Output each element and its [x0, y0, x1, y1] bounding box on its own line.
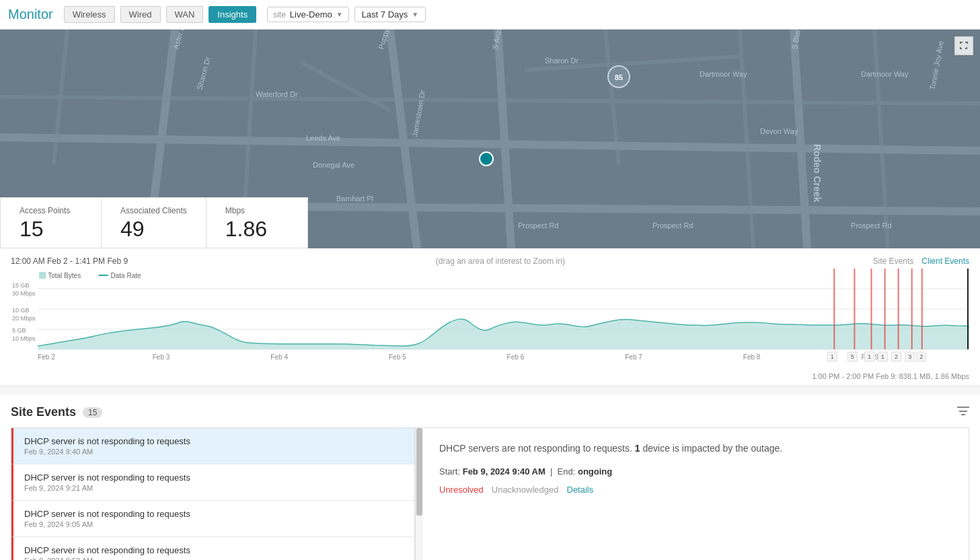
events-title: Site Events — [11, 405, 76, 419]
map-section: Sharon Dr Sharon Dr Dartmoor Way Dartmoo… — [0, 30, 980, 248]
svg-text:1: 1 — [881, 353, 884, 360]
svg-text:Feb 8: Feb 8 — [743, 353, 761, 361]
chart-time-range: 12:00 AM Feb 2 - 1:41 PM Feb 9 — [11, 256, 128, 266]
svg-text:Rodeo Creek: Rodeo Creek — [812, 144, 823, 203]
stat-ap-label: Access Points — [20, 206, 82, 215]
nav-wireless[interactable]: Wireless — [64, 6, 115, 23]
events-filter-icon[interactable] — [957, 407, 969, 418]
svg-text:Leeds Ave: Leeds Ave — [306, 134, 340, 142]
stats-bar: Access Points 15 Associated Clients 49 M… — [0, 197, 308, 248]
time-range-selector[interactable]: Last 7 Days ▼ — [354, 7, 426, 22]
event-item-1[interactable]: DHCP server is not responding to request… — [11, 464, 414, 501]
site-name: Live-Demo — [290, 9, 332, 20]
event-title-3: DHCP server is not responding to request… — [24, 545, 404, 555]
svg-rect-81 — [957, 407, 969, 408]
detail-status: Unresolved Unacknowledged Details — [439, 485, 952, 495]
chart-event-toggle: Site Events Client Events — [873, 256, 969, 266]
svg-text:1: 1 — [868, 353, 871, 360]
svg-text:3: 3 — [908, 353, 911, 360]
end-value: ongoing — [578, 466, 612, 477]
svg-text:1: 1 — [831, 353, 834, 360]
chart-container[interactable]: 15 GB 30 Mbps 10 GB 20 Mbps 5 GB 10 Mbps… — [11, 269, 969, 370]
svg-text:Feb 6: Feb 6 — [507, 353, 525, 361]
svg-text:10 Mbps: 10 Mbps — [12, 335, 36, 342]
svg-text:Feb 4: Feb 4 — [270, 353, 288, 361]
chart-zoom-hint: (drag an area of interest to Zoom in) — [128, 256, 873, 266]
event-detail-panel: DHCP servers are not responding to reque… — [423, 428, 969, 560]
svg-text:Barnhart Pl: Barnhart Pl — [336, 195, 373, 203]
svg-text:30 Mbps: 30 Mbps — [12, 290, 36, 297]
app-title: Monitor — [8, 7, 53, 22]
svg-rect-82 — [959, 411, 967, 412]
chart-tooltip-info: 1:00 PM - 2:00 PM Feb 9: 838.1 MB, 1.86 … — [11, 370, 969, 386]
stat-mbps-label: Mbps — [225, 206, 289, 215]
time-dropdown-arrow: ▼ — [412, 11, 418, 18]
event-item-3[interactable]: DHCP server is not responding to request… — [11, 537, 414, 560]
svg-rect-83 — [961, 414, 965, 415]
stat-mbps-value: 1.86 — [225, 218, 289, 240]
events-list: DHCP server is not responding to request… — [11, 428, 415, 560]
site-dropdown-arrow: ▼ — [336, 11, 343, 18]
events-header: Site Events 15 — [11, 405, 969, 419]
svg-text:2: 2 — [919, 353, 923, 360]
svg-text:20 Mbps: 20 Mbps — [12, 315, 36, 322]
svg-text:Feb 5: Feb 5 — [389, 353, 406, 361]
svg-text:Prospect Rd: Prospect Rd — [518, 221, 559, 230]
event-title-1: DHCP server is not responding to request… — [24, 473, 404, 483]
svg-text:Waterford Dr: Waterford Dr — [256, 90, 298, 98]
svg-text:2: 2 — [895, 353, 898, 360]
stat-clients-label: Associated Clients — [120, 206, 187, 215]
event-title-0: DHCP server is not responding to request… — [24, 436, 404, 446]
site-selector[interactable]: site Live-Demo ▼ — [267, 7, 348, 22]
svg-text:Devon Way: Devon Way — [760, 127, 798, 135]
stat-clients: Associated Clients 49 — [102, 198, 206, 248]
status-unacknowledged: Unacknowledged — [492, 485, 559, 495]
detail-times: Start: Feb 9, 2024 9:40 AM | End: ongoin… — [439, 466, 952, 477]
chart-header: 12:00 AM Feb 2 - 1:41 PM Feb 9 (drag an … — [11, 256, 969, 266]
stat-mbps: Mbps 1.86 — [206, 198, 307, 248]
event-time-0: Feb 9, 2024 9:40 AM — [24, 448, 404, 456]
chart-section: 12:00 AM Feb 2 - 1:41 PM Feb 9 (drag an … — [0, 248, 980, 386]
events-section: Site Events 15 DHCP server is not respon… — [0, 394, 980, 560]
svg-rect-43 — [39, 272, 46, 279]
chart-svg: 15 GB 30 Mbps 10 GB 20 Mbps 5 GB 10 Mbps… — [11, 269, 969, 370]
time-range-label: Last 7 Days — [362, 9, 408, 20]
svg-text:Donegal Ave: Donegal Ave — [313, 161, 354, 169]
svg-text:5: 5 — [851, 353, 854, 360]
event-item-0[interactable]: DHCP server is not responding to request… — [11, 428, 414, 464]
events-body: DHCP server is not responding to request… — [11, 427, 969, 560]
svg-text:Sharon Dr: Sharon Dr — [545, 57, 578, 65]
client-events-toggle[interactable]: Client Events — [921, 256, 969, 266]
nav-insights[interactable]: Insights — [209, 6, 256, 23]
event-time-2: Feb 9, 2024 9:05 AM — [24, 520, 404, 528]
events-scrollbar[interactable] — [415, 428, 423, 560]
nav-wired[interactable]: Wired — [120, 6, 161, 23]
stat-access-points: Access Points 15 — [1, 198, 102, 248]
svg-text:Data Rate: Data Rate — [111, 272, 142, 279]
status-unresolved: Unresolved — [439, 485, 484, 495]
svg-text:Feb 7: Feb 7 — [625, 353, 642, 361]
svg-rect-45 — [98, 275, 108, 276]
start-value: Feb 9, 2024 9:40 AM — [463, 466, 545, 477]
svg-point-36 — [480, 152, 493, 166]
start-label: Start: — [439, 466, 460, 477]
site-events-toggle[interactable]: Site Events — [873, 256, 914, 266]
stat-ap-value: 15 — [20, 218, 82, 240]
scroll-thumb[interactable] — [416, 428, 422, 516]
svg-text:Prospect Rd: Prospect Rd — [851, 221, 892, 230]
svg-text:Feb 2: Feb 2 — [38, 353, 55, 361]
event-item-2[interactable]: DHCP server is not responding to request… — [11, 501, 414, 537]
fullscreen-button[interactable] — [954, 36, 973, 55]
nav-wan[interactable]: WAN — [166, 6, 204, 23]
event-time-1: Feb 9, 2024 9:21 AM — [24, 484, 404, 492]
status-details-link[interactable]: Details — [567, 485, 594, 495]
svg-text:Dartmoor Way: Dartmoor Way — [861, 70, 909, 78]
stat-clients-value: 49 — [120, 218, 187, 240]
svg-text:Total Bytes: Total Bytes — [48, 272, 81, 279]
svg-text:Dartmoor Way: Dartmoor Way — [700, 70, 747, 78]
site-label: site — [273, 10, 286, 20]
header: Monitor Wireless Wired WAN Insights site… — [0, 0, 980, 30]
event-title-2: DHCP server is not responding to request… — [24, 509, 404, 519]
events-count-badge: 15 — [83, 407, 102, 418]
svg-text:5 GB: 5 GB — [12, 327, 26, 334]
